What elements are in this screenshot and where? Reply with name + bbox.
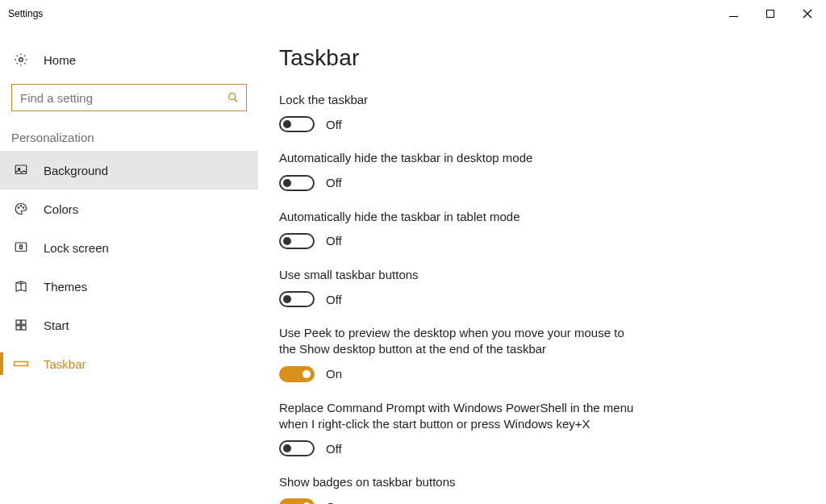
toggle-state-label: On — [326, 500, 342, 504]
setting-label: Replace Command Prompt with Windows Powe… — [279, 400, 642, 433]
minimize-icon — [729, 16, 738, 17]
sidebar-home-button[interactable]: Home — [0, 40, 258, 79]
svg-line-4 — [235, 99, 238, 102]
sidebar-item-label: Colors — [44, 202, 78, 216]
sidebar-nav-list: BackgroundColorsLock screenThemesStartTa… — [0, 151, 258, 383]
toggle-state-label: On — [326, 367, 342, 381]
colors-icon — [13, 202, 29, 216]
toggle-row: Off — [279, 116, 642, 132]
setting-item: Automatically hide the taskbar in deskto… — [279, 150, 642, 190]
sidebar-item-label: Start — [44, 319, 69, 332]
sidebar: Home Personalization BackgroundColorsLoc… — [0, 27, 258, 504]
svg-rect-12 — [16, 320, 20, 324]
toggle-state-label: Off — [326, 234, 342, 248]
lockscreen-icon — [13, 240, 29, 255]
toggle-row: Off — [279, 440, 642, 456]
setting-label: Use small taskbar buttons — [279, 267, 642, 283]
taskbar-icon — [13, 356, 29, 371]
close-icon — [803, 9, 812, 19]
app-container: Home Personalization BackgroundColorsLoc… — [0, 27, 826, 504]
toggle-switch[interactable] — [279, 175, 315, 191]
setting-item: Show badges on taskbar buttonsOn — [279, 474, 642, 504]
toggle-row: On — [279, 498, 642, 504]
gear-icon — [13, 52, 29, 67]
setting-item: Use Peek to preview the desktop when you… — [279, 325, 642, 382]
toggle-switch[interactable] — [279, 440, 315, 456]
toggle-knob — [283, 444, 291, 452]
window-close-button[interactable] — [789, 0, 826, 27]
sidebar-item-label: Taskbar — [44, 357, 86, 371]
toggle-switch[interactable] — [279, 116, 315, 132]
window-maximize-button[interactable] — [752, 0, 789, 27]
setting-label: Lock the taskbar — [279, 92, 642, 108]
sidebar-item-label: Background — [44, 164, 108, 177]
search-box[interactable] — [11, 84, 247, 111]
themes-icon — [13, 279, 29, 294]
toggle-switch[interactable] — [279, 291, 315, 307]
settings-list: Lock the taskbarOffAutomatically hide th… — [279, 92, 794, 504]
home-label: Home — [44, 53, 76, 67]
sidebar-item-themes[interactable]: Themes — [0, 267, 258, 306]
svg-rect-13 — [22, 320, 26, 324]
setting-label: Show badges on taskbar buttons — [279, 474, 642, 490]
svg-rect-16 — [15, 362, 28, 366]
sidebar-item-label: Themes — [44, 280, 87, 294]
toggle-knob — [283, 237, 291, 245]
svg-rect-11 — [20, 247, 23, 249]
sidebar-item-background[interactable]: Background — [0, 151, 258, 190]
background-icon — [13, 163, 29, 177]
setting-label: Use Peek to preview the desktop when you… — [279, 325, 642, 358]
toggle-row: Off — [279, 291, 642, 307]
sidebar-category-label: Personalization — [0, 121, 258, 151]
sidebar-item-label: Lock screen — [44, 241, 109, 255]
search-icon — [227, 91, 240, 104]
svg-rect-14 — [16, 326, 20, 330]
search-input[interactable] — [20, 91, 222, 105]
setting-item: Automatically hide the taskbar in tablet… — [279, 209, 642, 249]
sidebar-item-start[interactable]: Start — [0, 306, 258, 344]
toggle-switch[interactable] — [279, 366, 315, 382]
svg-point-8 — [20, 206, 22, 207]
toggle-state-label: Off — [326, 293, 342, 306]
page-title: Taskbar — [279, 45, 794, 71]
titlebar: Settings — [0, 0, 826, 27]
toggle-state-label: Off — [326, 442, 342, 456]
svg-point-2 — [19, 58, 23, 62]
toggle-row: Off — [279, 175, 642, 191]
window-controls — [715, 0, 826, 27]
svg-point-9 — [23, 207, 24, 209]
toggle-row: Off — [279, 233, 642, 249]
setting-item: Replace Command Prompt with Windows Powe… — [279, 400, 642, 457]
toggle-knob — [283, 120, 291, 128]
setting-label: Automatically hide the taskbar in tablet… — [279, 209, 642, 225]
setting-item: Use small taskbar buttonsOff — [279, 267, 642, 307]
sidebar-item-taskbar[interactable]: Taskbar — [0, 344, 258, 383]
toggle-knob — [283, 295, 291, 303]
svg-point-3 — [229, 94, 236, 100]
setting-label: Automatically hide the taskbar in deskto… — [279, 150, 642, 166]
maximize-icon — [766, 10, 774, 18]
toggle-state-label: Off — [326, 176, 342, 190]
setting-item: Lock the taskbarOff — [279, 92, 642, 132]
toggle-switch[interactable] — [279, 233, 315, 249]
svg-rect-15 — [22, 326, 26, 330]
sidebar-item-lock-screen[interactable]: Lock screen — [0, 228, 258, 267]
main-content: Taskbar Lock the taskbarOffAutomatically… — [258, 27, 826, 504]
toggle-state-label: Off — [326, 118, 342, 131]
svg-point-7 — [18, 207, 19, 209]
start-icon — [13, 318, 29, 332]
svg-rect-10 — [15, 243, 27, 252]
sidebar-item-colors[interactable]: Colors — [0, 190, 258, 228]
search-wrap — [0, 79, 258, 121]
toggle-knob — [283, 179, 291, 187]
app-title: Settings — [8, 8, 43, 19]
toggle-knob — [302, 370, 311, 378]
window-minimize-button[interactable] — [715, 0, 752, 27]
toggle-switch[interactable] — [279, 498, 315, 504]
toggle-row: On — [279, 366, 642, 382]
